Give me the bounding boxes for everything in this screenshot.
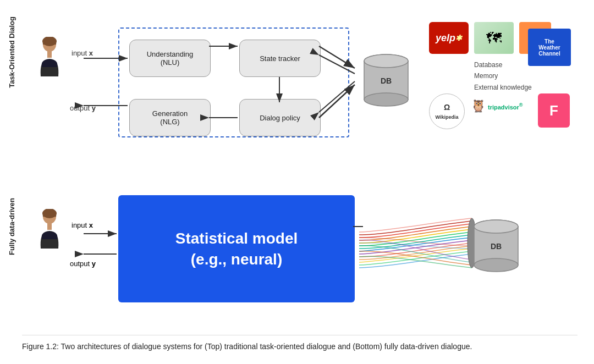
dialog-policy-label: Dialog policy (260, 114, 300, 122)
nlg-label: Generation(NLG) (152, 109, 188, 126)
stat-model-box: Statistical model (e.g., neural) (118, 195, 355, 302)
svg-point-5 (364, 93, 408, 106)
input-x-bottom: input x (72, 221, 93, 229)
weather-line1: The (544, 38, 554, 45)
caption-text: Figure 1.2: Two architectures of dialogu… (22, 342, 472, 351)
svg-text:DB: DB (491, 242, 502, 251)
db-memory-text: DatabaseMemoryExternal knowledge (474, 59, 532, 93)
db-cylinder-top: DB (363, 53, 410, 108)
top-section: input x output y Understanding(NLU) Stat… (22, 12, 578, 166)
foursquare-logo: F (538, 93, 570, 128)
logos-area: yelp✱ 🗺 📅 The Weather Channel DatabaseMe… (429, 22, 578, 154)
bottom-section: input x output y Statistical model (e.g.… (22, 187, 578, 319)
stat-model-text: Statistical model (e.g., neural) (175, 228, 298, 270)
output-y-top: output y (70, 104, 96, 112)
tripadvisor-logo: 🦉 tripadvisor® (471, 99, 523, 113)
dialog-policy-box: Dialog policy (239, 99, 321, 136)
nlg-box: Generation(NLG) (129, 99, 211, 136)
avatar-bottom (33, 209, 66, 252)
weather-line3: Channel (538, 51, 560, 57)
svg-point-6 (364, 54, 408, 68)
caption: Figure 1.2: Two architectures of dialogu… (22, 335, 578, 353)
maps-logo: 🗺 (474, 22, 514, 54)
state-tracker-label: State tracker (260, 54, 300, 63)
svg-text:DB: DB (381, 76, 392, 85)
nlu-label: Understanding(NLU) (147, 50, 194, 67)
wikipedia-logo: ΩWikipedia (429, 93, 465, 129)
input-x-top: input x (72, 49, 93, 57)
neural-wires (356, 210, 475, 282)
svg-rect-2 (47, 51, 52, 58)
top-section-label: Task-Oriented Dialog (8, 16, 16, 88)
svg-point-14 (474, 258, 518, 272)
db-cylinder-bottom: DB (473, 219, 520, 274)
state-tracker-box: State tracker (239, 40, 321, 77)
bottom-section-label: Fully data-driven (8, 198, 16, 255)
main-container: Task-Oriented Dialog Fully data-driven i… (0, 0, 594, 364)
output-y-bottom: output y (70, 260, 96, 268)
svg-rect-10 (47, 223, 52, 230)
weather-line2: Weather (538, 45, 560, 51)
avatar-top (33, 37, 66, 80)
nlu-box: Understanding(NLU) (129, 40, 211, 77)
weather-channel-logo: The Weather Channel (528, 29, 571, 66)
yelp-logo: yelp✱ (429, 22, 469, 54)
svg-point-15 (474, 220, 518, 233)
